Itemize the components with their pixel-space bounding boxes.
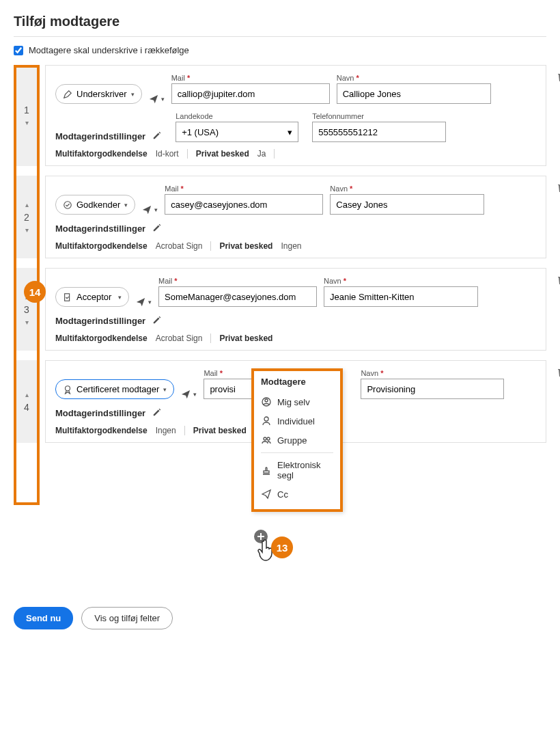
recipient-settings-label: Modtagerindstillinger bbox=[55, 223, 145, 234]
name-input[interactable] bbox=[330, 194, 484, 215]
recipient-settings-label: Modtagerindstillinger bbox=[55, 316, 145, 326]
mail-label: Mail * bbox=[171, 74, 330, 82]
mail-label: Mail * bbox=[158, 277, 317, 285]
delivery-select[interactable]: ▾ bbox=[142, 205, 158, 215]
svg-point-5 bbox=[264, 417, 268, 421]
role-label: Acceptor bbox=[76, 292, 111, 302]
divider bbox=[210, 241, 211, 251]
recipient-card: 1 ▾ Underskriver ▾ ▾ bbox=[14, 65, 546, 166]
move-down-icon[interactable]: ▾ bbox=[25, 117, 29, 128]
edit-settings-icon[interactable] bbox=[152, 407, 162, 419]
chevron-down-icon: ▾ bbox=[288, 127, 292, 137]
order-column: ▴ 4 bbox=[14, 360, 40, 443]
private-msg-label: Privat besked bbox=[219, 334, 272, 343]
name-input[interactable] bbox=[324, 286, 478, 307]
send-now-button[interactable]: Send nu bbox=[14, 607, 73, 629]
popup-item-eseal[interactable]: Elektronisk segl bbox=[261, 456, 333, 485]
name-label: Navn * bbox=[324, 277, 478, 285]
svg-point-4 bbox=[265, 399, 268, 402]
move-down-icon[interactable]: ▾ bbox=[25, 224, 29, 236]
ribbon-icon bbox=[63, 385, 72, 394]
divider bbox=[210, 334, 211, 343]
private-msg-value: Ja bbox=[257, 149, 266, 159]
mfa-label: Multifaktorgodkendelse bbox=[55, 241, 148, 251]
country-code-label: Landekode bbox=[176, 112, 298, 120]
edit-settings-icon[interactable] bbox=[152, 315, 162, 327]
delivery-select[interactable]: ▾ bbox=[136, 297, 152, 307]
mfa-label: Multifaktorgodkendelse bbox=[55, 149, 148, 159]
name-label: Navn * bbox=[330, 185, 484, 193]
popup-item-group[interactable]: Gruppe bbox=[261, 431, 333, 450]
delete-recipient-icon[interactable] bbox=[557, 182, 560, 195]
country-code-select[interactable]: +1 (USA) ▾ bbox=[176, 122, 298, 142]
move-down-icon[interactable]: ▾ bbox=[25, 316, 29, 328]
check-circle-icon bbox=[63, 200, 72, 210]
show-add-fields-button[interactable]: Vis og tilføj felter bbox=[81, 607, 173, 629]
move-up-icon[interactable]: ▴ bbox=[25, 199, 29, 210]
page-title: Tilføj modtagere bbox=[14, 14, 546, 37]
role-select[interactable]: Certificeret modtager ▾ bbox=[55, 379, 174, 399]
mfa-value: Acrobat Sign bbox=[156, 334, 203, 343]
name-input[interactable] bbox=[361, 379, 504, 399]
stamp-icon bbox=[261, 465, 272, 476]
mfa-value: Ingen bbox=[156, 426, 176, 435]
users-icon bbox=[261, 435, 272, 446]
popup-item-individual[interactable]: Individuel bbox=[261, 411, 333, 431]
mail-input[interactable] bbox=[171, 83, 330, 104]
add-recipient-button[interactable] bbox=[254, 530, 268, 543]
sign-in-order-checkbox[interactable] bbox=[14, 46, 23, 55]
popup-title: Modtagere bbox=[261, 377, 333, 387]
mfa-label: Multifaktorgodkendelse bbox=[55, 426, 148, 435]
mail-input[interactable] bbox=[165, 194, 323, 215]
divider bbox=[274, 149, 275, 159]
callout-badge-13: 13 bbox=[271, 536, 293, 558]
chevron-down-icon: ▾ bbox=[161, 96, 165, 103]
svg-point-6 bbox=[264, 437, 266, 440]
name-input[interactable] bbox=[337, 83, 491, 104]
phone-label: Telefonnummer bbox=[312, 112, 446, 120]
add-recipient-popup: Modtagere Mig selv Individuel Gruppe Ele… bbox=[251, 368, 343, 512]
popup-item-myself[interactable]: Mig selv bbox=[261, 392, 333, 411]
svg-point-0 bbox=[64, 201, 72, 208]
name-label: Navn * bbox=[337, 74, 491, 82]
role-select[interactable]: Acceptor ▾ bbox=[55, 287, 129, 307]
order-number: 3 bbox=[24, 303, 29, 316]
delete-recipient-icon[interactable] bbox=[557, 274, 560, 288]
svg-rect-8 bbox=[264, 471, 269, 473]
svg-point-2 bbox=[66, 385, 70, 390]
move-up-icon[interactable]: ▴ bbox=[25, 389, 29, 400]
divider bbox=[187, 149, 188, 159]
send-icon bbox=[142, 205, 152, 215]
chevron-down-icon: ▾ bbox=[118, 294, 122, 301]
mail-label: Mail * bbox=[165, 185, 323, 193]
chevron-down-icon: ▾ bbox=[148, 299, 152, 305]
recipients-list: 1 ▾ Underskriver ▾ ▾ bbox=[14, 65, 546, 443]
role-label: Certificeret modtager bbox=[76, 384, 159, 394]
mail-input[interactable] bbox=[158, 286, 317, 307]
private-msg-value: Ingen bbox=[281, 241, 301, 251]
document-check-icon bbox=[63, 293, 72, 302]
delivery-select[interactable]: ▾ bbox=[181, 390, 197, 399]
private-msg-label: Privat besked bbox=[196, 149, 249, 159]
chevron-down-icon: ▾ bbox=[124, 202, 128, 208]
phone-input[interactable] bbox=[312, 122, 446, 142]
chevron-down-icon: ▾ bbox=[163, 386, 167, 393]
send-icon bbox=[149, 94, 158, 104]
mfa-value: Acrobat Sign bbox=[156, 241, 203, 251]
chevron-down-icon: ▾ bbox=[131, 91, 135, 98]
edit-settings-icon[interactable] bbox=[152, 223, 162, 234]
recipient-settings-label: Modtagerindstillinger bbox=[55, 408, 145, 418]
user-circle-icon bbox=[261, 396, 272, 407]
delete-recipient-icon[interactable] bbox=[557, 366, 560, 380]
delivery-select[interactable]: ▾ bbox=[149, 94, 165, 104]
delete-recipient-icon[interactable] bbox=[557, 71, 560, 85]
popup-item-cc[interactable]: Cc bbox=[261, 485, 333, 504]
recipient-card: ▴ 3 ▾ Acceptor ▾ ▾ bbox=[14, 268, 546, 351]
sign-in-order-checkbox-row[interactable]: Modtagere skal underskrive i rækkefølge bbox=[14, 45, 546, 55]
role-label: Underskriver bbox=[76, 89, 127, 99]
send-icon bbox=[136, 297, 145, 307]
role-select[interactable]: Godkender ▾ bbox=[55, 195, 135, 215]
user-icon bbox=[261, 416, 272, 426]
edit-settings-icon[interactable] bbox=[152, 131, 162, 142]
role-select[interactable]: Underskriver ▾ bbox=[55, 84, 142, 104]
